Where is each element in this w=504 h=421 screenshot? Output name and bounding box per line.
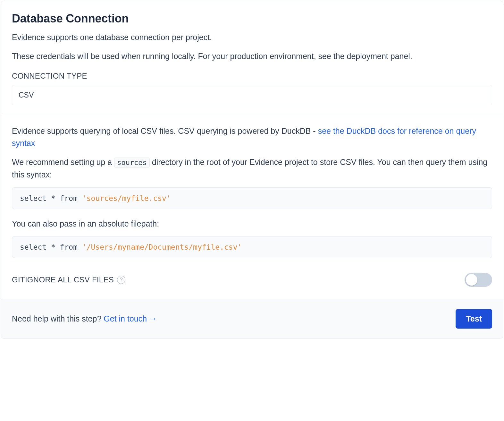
get-in-touch-link[interactable]: Get in touch → — [104, 314, 157, 323]
sources-code: sources — [114, 158, 150, 168]
footer: Need help with this step? Get in touch →… — [1, 299, 503, 338]
help-icon[interactable]: ? — [117, 276, 125, 284]
code-example-1: select * from 'sources/myfile.csv' — [12, 187, 492, 209]
code2-str: '/Users/myname/Documents/myfile.csv' — [82, 243, 242, 251]
gitignore-row: GITIGNORE ALL CSV FILES ? — [1, 268, 503, 299]
test-button[interactable]: Test — [456, 309, 492, 329]
gitignore-toggle[interactable] — [465, 273, 492, 287]
footer-help-prefix: Need help with this step? — [12, 314, 104, 323]
connection-type-label: CONNECTION TYPE — [12, 72, 492, 81]
gitignore-label-wrap: GITIGNORE ALL CSV FILES ? — [12, 275, 125, 284]
toggle-knob — [466, 274, 477, 286]
csv-info-section: Evidence supports querying of local CSV … — [1, 115, 503, 269]
code-example-2: select * from '/Users/myname/Documents/m… — [12, 236, 492, 258]
subtitle-1: Evidence supports one database connectio… — [12, 31, 492, 44]
connection-type-value: CSV — [19, 91, 34, 99]
csv-intro: Evidence supports querying of local CSV … — [12, 125, 492, 150]
csv-recommend: We recommend setting up a sources direct… — [12, 156, 492, 181]
settings-panel: Database Connection Evidence supports on… — [1, 1, 503, 339]
abs-path-text: You can also pass in an absolute filepat… — [12, 218, 492, 230]
connection-type-select[interactable]: CSV — [12, 85, 492, 105]
page-title: Database Connection — [12, 12, 492, 25]
code1-kw: select * from — [20, 194, 82, 202]
subtitle-2: These credentials will be used when runn… — [12, 50, 492, 63]
code2-kw: select * from — [20, 243, 82, 251]
code1-str: 'sources/myfile.csv' — [82, 194, 171, 202]
footer-help: Need help with this step? Get in touch → — [12, 314, 157, 323]
header-section: Database Connection Evidence supports on… — [1, 1, 503, 115]
csv-intro-text: Evidence supports querying of local CSV … — [12, 126, 318, 135]
csv-recommend-prefix: We recommend setting up a — [12, 158, 114, 167]
gitignore-label: GITIGNORE ALL CSV FILES — [12, 275, 114, 284]
